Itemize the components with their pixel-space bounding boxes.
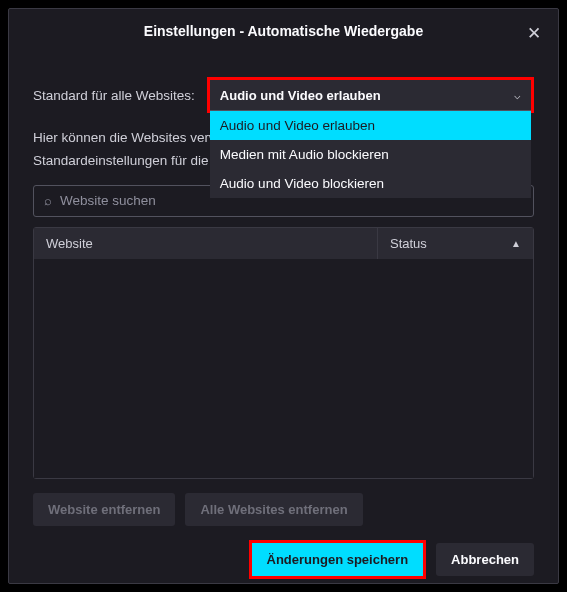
search-placeholder: Website suchen — [60, 193, 156, 208]
remove-website-button[interactable]: Website entfernen — [33, 493, 175, 526]
chevron-down-icon: ⌵ — [514, 89, 521, 102]
dropdown-menu: Audio und Video erlauben Medien mit Audi… — [210, 110, 531, 198]
dropdown-selected-label: Audio und Video erlauben — [220, 88, 381, 103]
remove-all-websites-button[interactable]: Alle Websites entfernen — [185, 493, 362, 526]
sort-arrow-up-icon: ▲ — [511, 238, 521, 249]
website-table: Website Status ▲ — [33, 227, 534, 479]
dialog-title: Einstellungen - Automatische Wiedergabe — [144, 23, 423, 39]
dialog-footer: Änderungen speichern Abbrechen — [9, 526, 558, 592]
close-icon: ✕ — [527, 23, 541, 44]
cancel-button[interactable]: Abbrechen — [436, 543, 534, 576]
table-actions: Website entfernen Alle Websites entferne… — [33, 493, 534, 526]
close-button[interactable]: ✕ — [522, 21, 546, 45]
default-label: Standard für alle Websites: — [33, 88, 195, 103]
dropdown-button[interactable]: Audio und Video erlauben ⌵ — [210, 80, 531, 110]
column-header-status[interactable]: Status ▲ — [378, 228, 533, 259]
save-button-highlight: Änderungen speichern — [249, 540, 427, 579]
table-header: Website Status ▲ — [34, 228, 533, 259]
column-website-label: Website — [46, 236, 93, 251]
dropdown-option[interactable]: Audio und Video erlauben — [210, 111, 531, 140]
default-dropdown[interactable]: Audio und Video erlauben ⌵ Audio und Vid… — [207, 77, 534, 113]
settings-dialog: Einstellungen - Automatische Wiedergabe … — [8, 8, 559, 584]
save-changes-button[interactable]: Änderungen speichern — [252, 543, 424, 576]
search-icon: ⌕ — [44, 193, 52, 208]
column-status-label: Status — [390, 236, 427, 251]
dialog-header: Einstellungen - Automatische Wiedergabe … — [9, 9, 558, 53]
dialog-body: Standard für alle Websites: Audio und Vi… — [9, 53, 558, 526]
default-row: Standard für alle Websites: Audio und Vi… — [33, 77, 534, 113]
dropdown-option[interactable]: Medien mit Audio blockieren — [210, 140, 531, 169]
dropdown-option[interactable]: Audio und Video blockieren — [210, 169, 531, 198]
column-header-website[interactable]: Website — [34, 228, 378, 259]
table-body — [34, 259, 533, 478]
